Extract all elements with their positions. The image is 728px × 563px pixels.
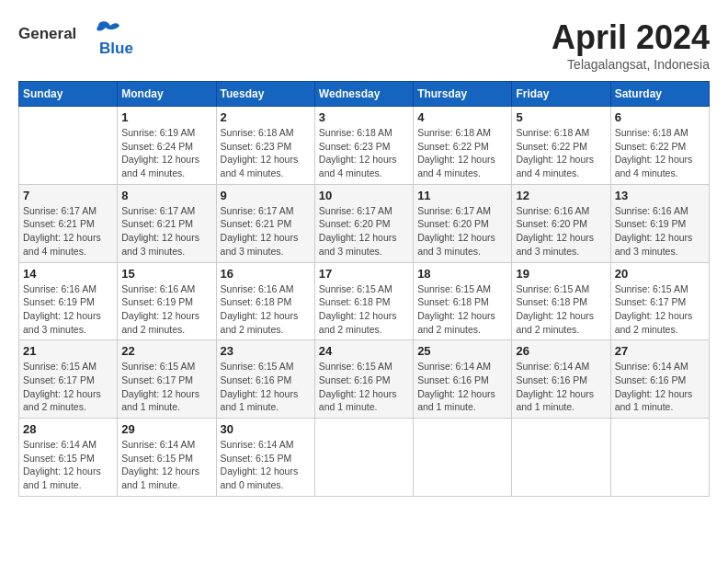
day-info: Sunrise: 6:15 AM Sunset: 6:18 PM Dayligh… [319, 282, 409, 337]
day-info: Sunrise: 6:14 AM Sunset: 6:15 PM Dayligh… [121, 438, 211, 492]
title-block: April 2024 Telagalangsat, Indonesia [552, 18, 710, 72]
day-number: 4 [417, 110, 507, 124]
day-number: 11 [417, 189, 507, 202]
day-info: Sunrise: 6:17 AM Sunset: 6:21 PM Dayligh… [23, 204, 113, 259]
calendar-cell: 11Sunrise: 6:17 AM Sunset: 6:20 PM Dayli… [414, 184, 512, 262]
calendar-cell [19, 107, 118, 185]
calendar-cell: 17Sunrise: 6:15 AM Sunset: 6:18 PM Dayli… [314, 262, 413, 340]
calendar-cell: 4Sunrise: 6:18 AM Sunset: 6:22 PM Daylig… [414, 107, 512, 185]
day-info: Sunrise: 6:14 AM Sunset: 6:16 PM Dayligh… [417, 360, 507, 414]
calendar-cell: 3Sunrise: 6:18 AM Sunset: 6:23 PM Daylig… [314, 107, 413, 185]
day-number: 29 [121, 422, 211, 436]
day-number: 16 [221, 267, 311, 281]
calendar-cell: 6Sunrise: 6:18 AM Sunset: 6:22 PM Daylig… [610, 107, 709, 185]
calendar-cell: 18Sunrise: 6:15 AM Sunset: 6:18 PM Dayli… [414, 262, 512, 340]
day-number: 21 [23, 344, 113, 358]
day-info: Sunrise: 6:16 AM Sunset: 6:18 PM Dayligh… [221, 282, 311, 337]
calendar-week-row: 14Sunrise: 6:16 AM Sunset: 6:19 PM Dayli… [19, 262, 710, 340]
day-info: Sunrise: 6:14 AM Sunset: 6:15 PM Dayligh… [221, 438, 311, 492]
day-number: 3 [319, 110, 409, 124]
day-number: 9 [221, 189, 311, 202]
day-number: 8 [121, 189, 211, 202]
calendar-cell: 5Sunrise: 6:18 AM Sunset: 6:22 PM Daylig… [512, 107, 610, 185]
day-number: 26 [516, 344, 606, 358]
day-info: Sunrise: 6:16 AM Sunset: 6:19 PM Dayligh… [121, 282, 211, 337]
day-number: 18 [417, 267, 507, 281]
day-number: 20 [615, 267, 705, 281]
day-info: Sunrise: 6:18 AM Sunset: 6:22 PM Dayligh… [516, 126, 606, 180]
calendar-cell: 14Sunrise: 6:16 AM Sunset: 6:19 PM Dayli… [19, 262, 118, 340]
calendar-cell: 20Sunrise: 6:15 AM Sunset: 6:17 PM Dayli… [610, 262, 709, 340]
day-info: Sunrise: 6:18 AM Sunset: 6:23 PM Dayligh… [221, 126, 311, 180]
day-info: Sunrise: 6:15 AM Sunset: 6:18 PM Dayligh… [516, 282, 606, 337]
calendar-cell: 15Sunrise: 6:16 AM Sunset: 6:19 PM Dayli… [118, 262, 216, 340]
calendar-cell: 2Sunrise: 6:18 AM Sunset: 6:23 PM Daylig… [216, 107, 314, 185]
calendar-cell: 28Sunrise: 6:14 AM Sunset: 6:15 PM Dayli… [19, 419, 118, 497]
day-info: Sunrise: 6:17 AM Sunset: 6:21 PM Dayligh… [121, 204, 211, 259]
calendar-week-row: 1Sunrise: 6:19 AM Sunset: 6:24 PM Daylig… [19, 107, 710, 185]
calendar-cell: 29Sunrise: 6:14 AM Sunset: 6:15 PM Dayli… [118, 419, 216, 497]
day-number: 25 [417, 344, 507, 358]
calendar-cell: 22Sunrise: 6:15 AM Sunset: 6:17 PM Dayli… [118, 340, 216, 419]
day-number: 24 [319, 344, 409, 358]
day-number: 6 [615, 110, 705, 124]
calendar-week-row: 28Sunrise: 6:14 AM Sunset: 6:15 PM Dayli… [19, 419, 710, 497]
day-info: Sunrise: 6:14 AM Sunset: 6:15 PM Dayligh… [23, 438, 113, 492]
day-info: Sunrise: 6:15 AM Sunset: 6:16 PM Dayligh… [221, 360, 311, 414]
calendar-cell: 23Sunrise: 6:15 AM Sunset: 6:16 PM Dayli… [216, 340, 314, 419]
calendar-cell: 26Sunrise: 6:14 AM Sunset: 6:16 PM Dayli… [512, 340, 610, 419]
day-number: 10 [319, 189, 409, 202]
day-info: Sunrise: 6:16 AM Sunset: 6:19 PM Dayligh… [615, 204, 705, 259]
day-info: Sunrise: 6:15 AM Sunset: 6:18 PM Dayligh… [417, 282, 507, 337]
calendar-cell [314, 419, 413, 497]
weekday-header-sunday: Sunday [19, 82, 118, 107]
calendar-cell: 24Sunrise: 6:15 AM Sunset: 6:16 PM Dayli… [314, 340, 413, 419]
day-number: 14 [23, 267, 113, 281]
day-info: Sunrise: 6:16 AM Sunset: 6:19 PM Dayligh… [23, 282, 113, 337]
weekday-header-monday: Monday [118, 82, 216, 107]
day-info: Sunrise: 6:14 AM Sunset: 6:16 PM Dayligh… [516, 360, 606, 414]
day-info: Sunrise: 6:16 AM Sunset: 6:20 PM Dayligh… [516, 204, 606, 259]
calendar-week-row: 7Sunrise: 6:17 AM Sunset: 6:21 PM Daylig… [19, 184, 710, 262]
day-number: 19 [516, 267, 606, 281]
day-number: 23 [221, 344, 311, 358]
location: Telagalangsat, Indonesia [552, 57, 710, 72]
day-number: 2 [221, 110, 311, 124]
day-number: 12 [516, 189, 606, 202]
calendar-cell [414, 419, 512, 497]
day-number: 7 [23, 189, 113, 202]
calendar-cell: 10Sunrise: 6:17 AM Sunset: 6:20 PM Dayli… [314, 184, 413, 262]
calendar-cell: 12Sunrise: 6:16 AM Sunset: 6:20 PM Dayli… [512, 184, 610, 262]
day-info: Sunrise: 6:15 AM Sunset: 6:17 PM Dayligh… [615, 282, 705, 337]
day-info: Sunrise: 6:17 AM Sunset: 6:20 PM Dayligh… [319, 204, 409, 259]
calendar-cell: 25Sunrise: 6:14 AM Sunset: 6:16 PM Dayli… [414, 340, 512, 419]
day-number: 30 [221, 422, 311, 436]
weekday-header-saturday: Saturday [610, 82, 709, 107]
calendar-table: SundayMondayTuesdayWednesdayThursdayFrid… [18, 81, 710, 497]
day-number: 27 [615, 344, 705, 358]
logo-text: General Blue [18, 18, 138, 63]
day-number: 1 [121, 110, 211, 124]
svg-text:General: General [18, 25, 76, 42]
month-year: April 2024 [552, 18, 710, 57]
calendar-cell: 21Sunrise: 6:15 AM Sunset: 6:17 PM Dayli… [19, 340, 118, 419]
day-info: Sunrise: 6:17 AM Sunset: 6:20 PM Dayligh… [417, 204, 507, 259]
weekday-header-thursday: Thursday [414, 82, 512, 107]
weekday-header-friday: Friday [512, 82, 610, 107]
day-number: 28 [23, 422, 113, 436]
day-info: Sunrise: 6:14 AM Sunset: 6:16 PM Dayligh… [615, 360, 705, 414]
calendar-cell: 27Sunrise: 6:14 AM Sunset: 6:16 PM Dayli… [610, 340, 709, 419]
calendar-cell: 19Sunrise: 6:15 AM Sunset: 6:18 PM Dayli… [512, 262, 610, 340]
day-number: 5 [516, 110, 606, 124]
day-number: 22 [121, 344, 211, 358]
calendar-cell: 16Sunrise: 6:16 AM Sunset: 6:18 PM Dayli… [216, 262, 314, 340]
page-header: General Blue April 2024 Telagalangsat, I… [18, 18, 710, 72]
calendar-week-row: 21Sunrise: 6:15 AM Sunset: 6:17 PM Dayli… [19, 340, 710, 419]
day-number: 13 [615, 189, 705, 202]
calendar-cell: 9Sunrise: 6:17 AM Sunset: 6:21 PM Daylig… [216, 184, 314, 262]
day-info: Sunrise: 6:15 AM Sunset: 6:17 PM Dayligh… [23, 360, 113, 414]
weekday-header-wednesday: Wednesday [314, 82, 413, 107]
day-info: Sunrise: 6:15 AM Sunset: 6:17 PM Dayligh… [121, 360, 211, 414]
calendar-cell: 1Sunrise: 6:19 AM Sunset: 6:24 PM Daylig… [118, 107, 216, 185]
day-info: Sunrise: 6:18 AM Sunset: 6:22 PM Dayligh… [615, 126, 705, 180]
